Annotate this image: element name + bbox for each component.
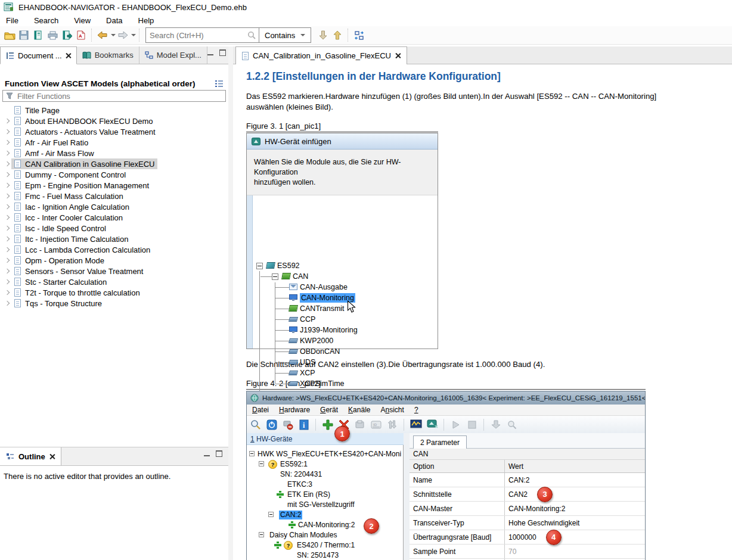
minimize-icon[interactable] bbox=[204, 450, 210, 456]
tree-item[interactable]: Fmc - Fuel Mass Calculation bbox=[0, 191, 228, 201]
chevron-right-icon[interactable] bbox=[4, 203, 11, 210]
menu-file[interactable]: File bbox=[6, 16, 18, 25]
view-menu-icon[interactable] bbox=[215, 80, 224, 88]
document-icon bbox=[14, 256, 21, 265]
tab-can-calibration[interactable]: CAN_Calibration_in_Gasoline_FlexECU bbox=[235, 46, 407, 64]
document-icon bbox=[14, 267, 21, 275]
collapse-icon bbox=[259, 532, 264, 537]
step-badge-2: 2 bbox=[364, 518, 379, 534]
chip-icon bbox=[289, 371, 298, 375]
figure2-parameter-tab: 2 Parameter bbox=[413, 435, 467, 449]
panel-splitter[interactable] bbox=[228, 46, 233, 560]
minimize-icon[interactable] bbox=[207, 49, 213, 55]
tree-item-label: Amf - Air Mass Flow bbox=[25, 149, 94, 158]
tree-connector-line bbox=[259, 271, 260, 405]
chevron-right-icon[interactable] bbox=[4, 214, 11, 221]
chevron-right-icon[interactable] bbox=[4, 246, 11, 253]
forward-button[interactable] bbox=[116, 28, 130, 42]
tree-item[interactable]: Afr - Air Fuel Ratio bbox=[0, 137, 228, 148]
maximize-icon[interactable] bbox=[216, 450, 222, 457]
tree-item[interactable]: Isc - Idle Speed Control bbox=[0, 223, 228, 234]
chevron-right-icon[interactable] bbox=[4, 150, 11, 157]
menu-data[interactable]: Data bbox=[106, 16, 122, 25]
close-icon[interactable] bbox=[395, 53, 401, 58]
tree-item[interactable]: CAN Calibration in Gasoline FlexECU bbox=[0, 158, 228, 169]
tree-item[interactable]: Opm - Operation Mode bbox=[0, 255, 228, 266]
chevron-right-icon[interactable] bbox=[4, 192, 11, 200]
export-pdf-button[interactable]: A bbox=[74, 28, 88, 42]
table-row: SchnittstelleCAN23 bbox=[410, 487, 645, 502]
tab-bookmarks[interactable]: Bookmarks bbox=[77, 46, 139, 64]
tree-item[interactable]: Actuators - Actuators Value Treatment bbox=[0, 126, 228, 137]
chevron-right-icon[interactable] bbox=[4, 235, 11, 242]
document-icon bbox=[14, 213, 21, 222]
menu-view[interactable]: View bbox=[74, 16, 91, 25]
tab-model-expl-[interactable]: Model Expl... bbox=[139, 46, 207, 64]
save-button[interactable] bbox=[17, 28, 31, 42]
search-input[interactable] bbox=[146, 31, 247, 40]
funnel-icon bbox=[6, 92, 13, 99]
tree-item-label: Opm - Operation Mode bbox=[25, 256, 104, 265]
menu-help[interactable]: Help bbox=[138, 16, 154, 25]
open-file-button[interactable] bbox=[2, 28, 17, 42]
chevron-right-icon[interactable] bbox=[4, 289, 11, 296]
chevron-right-icon[interactable] bbox=[4, 117, 11, 125]
paragraph-2: Die Schnittstelle auf CAN2 einstellen (3… bbox=[246, 359, 732, 370]
open-handbook-button[interactable] bbox=[31, 28, 45, 42]
filter-functions-input[interactable] bbox=[16, 91, 225, 101]
tree-item[interactable]: About EHANDBOOK FlexECU Demo bbox=[0, 116, 228, 126]
back-history-dropdown[interactable] bbox=[111, 34, 116, 36]
chevron-right-icon[interactable] bbox=[4, 278, 11, 285]
forward-history-dropdown[interactable] bbox=[131, 34, 136, 36]
tree-item-label: Isc - Idle Speed Control bbox=[25, 224, 106, 233]
chevron-right-icon[interactable] bbox=[4, 300, 11, 307]
next-match-button[interactable] bbox=[316, 28, 330, 42]
question-icon: ? bbox=[268, 460, 277, 469]
search-icon bbox=[247, 31, 259, 39]
monitor-icon bbox=[289, 326, 297, 332]
app-icon bbox=[4, 2, 14, 12]
chevron-right-icon[interactable] bbox=[4, 257, 11, 264]
tree-item[interactable]: Lcc - Lambda Correction Calculation bbox=[0, 244, 228, 255]
tab-outline[interactable]: Outline bbox=[0, 447, 61, 465]
value-cell: 10000004 bbox=[505, 530, 645, 544]
tree-item-inner: CAN Calibration in Gasoline FlexECU bbox=[11, 158, 157, 169]
tree-item[interactable]: Itc - Injection Time Calculation bbox=[0, 234, 228, 244]
tree-item[interactable]: Tqs - Torque Structure bbox=[0, 298, 228, 309]
tree-item[interactable]: T2t - Torque to throttle calculation bbox=[0, 287, 228, 298]
chevron-right-icon[interactable] bbox=[4, 182, 11, 189]
tab-document-[interactable]: Document ... bbox=[0, 46, 77, 64]
print-button[interactable] bbox=[45, 28, 60, 42]
sync-structure-button[interactable] bbox=[352, 28, 366, 42]
section-heading: 1.2.2 [Einstellungen in der Hardware Kon… bbox=[246, 70, 732, 83]
left-panel-tabbar: Document ...BookmarksModel Expl... bbox=[0, 46, 228, 64]
module-tree-label: CAN bbox=[293, 272, 308, 281]
maximize-icon[interactable] bbox=[219, 49, 226, 56]
document-icon bbox=[14, 278, 21, 286]
document-icon bbox=[14, 170, 21, 179]
tree-item[interactable]: Amf - Air Mass Flow bbox=[0, 148, 228, 158]
tree-item-label: CAN Calibration in Gasoline FlexECU bbox=[25, 160, 154, 169]
tree-item[interactable]: Iac - Ignition Angle Calculation bbox=[0, 201, 228, 212]
tree-item[interactable]: Title Page bbox=[0, 105, 228, 116]
tree-item[interactable]: Epm - Engine Position Management bbox=[0, 180, 228, 191]
tree-item[interactable]: Stc - Starter Calculation bbox=[0, 276, 228, 287]
chevron-right-icon[interactable] bbox=[4, 225, 11, 232]
chevron-right-icon[interactable] bbox=[4, 160, 11, 167]
close-icon[interactable] bbox=[66, 53, 71, 58]
chevron-right-icon[interactable] bbox=[4, 171, 11, 178]
tree-item[interactable]: Sensors - Sensor Value Treatment bbox=[0, 266, 228, 276]
chevron-right-icon[interactable] bbox=[4, 128, 11, 135]
previous-match-button[interactable] bbox=[330, 28, 345, 42]
tree-item[interactable]: Icc - Inter Cooler Calculation bbox=[0, 212, 228, 223]
chevron-right-icon[interactable] bbox=[4, 267, 11, 275]
search-mode-dropdown[interactable]: Contains bbox=[259, 28, 311, 42]
menu-search[interactable]: Search bbox=[34, 16, 58, 25]
tree-item[interactable]: Dummy - Component Control bbox=[0, 169, 228, 180]
editor-tab-label: CAN_Calibration_in_Gasoline_FlexECU bbox=[253, 51, 391, 60]
info-icon: i bbox=[298, 419, 310, 431]
chevron-right-icon[interactable] bbox=[4, 139, 11, 146]
back-button[interactable] bbox=[95, 28, 110, 42]
close-icon[interactable] bbox=[49, 454, 55, 459]
export-handbook-button[interactable] bbox=[60, 28, 74, 42]
